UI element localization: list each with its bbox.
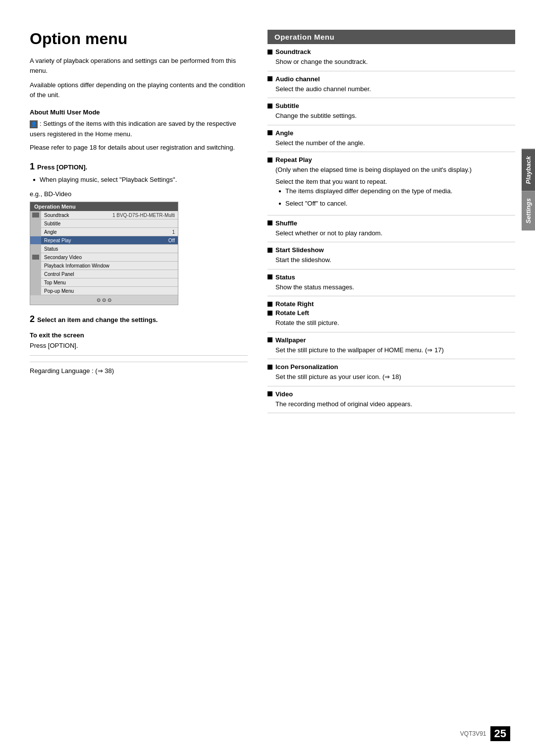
page-number-area: VQT3V91 25 bbox=[460, 726, 510, 741]
section-body-start-slideshow: Start the slideshow. bbox=[268, 255, 515, 265]
about-heading: About Multi User Mode bbox=[30, 108, 248, 116]
menu-icon-cell bbox=[30, 278, 41, 286]
section-body-soundtrack: Show or change the soundtrack. bbox=[268, 57, 515, 67]
bullet-icon bbox=[268, 302, 272, 307]
section-title-icon-personalization: Icon Personalization bbox=[268, 363, 515, 371]
menu-row: Soundtrack 1 BVQ-D7S-HD-METR-Multi bbox=[30, 211, 178, 219]
menu-label: Angle bbox=[41, 229, 172, 235]
intro-text-1: A variety of playback operations and set… bbox=[30, 56, 248, 75]
menu-label: Subtitle bbox=[41, 221, 175, 226]
right-column: Operation Menu Soundtrack Show or change… bbox=[268, 30, 515, 413]
bullet-icon bbox=[268, 311, 272, 316]
section-title-wallpaper: Wallpaper bbox=[268, 336, 515, 344]
section-icon-personalization: Icon Personalization Set the still pictu… bbox=[268, 359, 515, 386]
bullet-icon bbox=[268, 365, 272, 370]
section-body-repeat-play: (Only when the elapsed time is being dis… bbox=[268, 165, 515, 209]
menu-label: Secondary Video bbox=[41, 255, 178, 260]
section-title-rotate-right: Rotate Right bbox=[268, 300, 515, 308]
menu-icon-cell bbox=[30, 236, 41, 244]
menu-icon-cell bbox=[30, 270, 41, 278]
about-ref: Please refer to page 18 for details abou… bbox=[30, 143, 248, 153]
bullet-icon bbox=[268, 220, 272, 225]
section-title-label: Icon Personalization bbox=[275, 363, 338, 371]
menu-icon-cell bbox=[30, 245, 41, 253]
section-wallpaper: Wallpaper Set the still picture to the w… bbox=[268, 332, 515, 360]
menu-label: Pop-up Menu bbox=[41, 288, 178, 294]
menu-icon-cell bbox=[30, 262, 41, 270]
section-title-label: Subtitle bbox=[275, 102, 299, 109]
tab-playback[interactable]: Playback bbox=[522, 149, 535, 191]
section-body-shuffle: Select whether or not to play random. bbox=[268, 228, 515, 238]
step2-number: 2 bbox=[30, 314, 37, 324]
menu-label: Repeat Play bbox=[41, 238, 168, 243]
section-title-label: Video bbox=[275, 390, 293, 398]
section-body-status: Show the status messages. bbox=[268, 282, 515, 292]
menu-row-highlighted: Repeat Play Off bbox=[30, 236, 178, 245]
lang-note: Regarding Language : (⇒ 38) bbox=[30, 362, 248, 375]
section-title-label: Rotate Left bbox=[275, 309, 309, 317]
menu-label: Top Menu bbox=[41, 280, 178, 285]
section-title-label: Wallpaper bbox=[275, 336, 306, 344]
intro-text-2: Available options differ depending on th… bbox=[30, 80, 248, 100]
section-title-status: Status bbox=[268, 273, 515, 281]
menu-row: Secondary Video bbox=[30, 253, 178, 262]
section-soundtrack: Soundtrack Show or change the soundtrack… bbox=[268, 44, 515, 71]
menu-row: Subtitle bbox=[30, 219, 178, 228]
section-title-label: Status bbox=[275, 273, 295, 281]
bullet-icon bbox=[268, 337, 272, 342]
menu-label: Status bbox=[41, 246, 178, 252]
section-title-label: Rotate Right bbox=[275, 300, 314, 308]
section-body-rotate: Rotate the still picture. bbox=[268, 318, 515, 328]
bullet-icon bbox=[268, 248, 272, 253]
section-title-label: Audio channel bbox=[275, 75, 320, 83]
menu-value: Off bbox=[168, 238, 178, 243]
section-title-start-slideshow: Start Slideshow bbox=[268, 246, 515, 254]
bullet-icon bbox=[268, 76, 272, 81]
sidebar-tabs: Playback Settings bbox=[522, 149, 535, 231]
step1-number: 1 bbox=[30, 162, 35, 171]
section-start-slideshow: Start Slideshow Start the slideshow. bbox=[268, 242, 515, 270]
video-icon bbox=[32, 255, 39, 260]
repeat-play-instruction: Select the item that you want to repeat. bbox=[275, 177, 515, 187]
section-title-video: Video bbox=[268, 390, 515, 398]
menu-label: Playback Information Window bbox=[41, 263, 178, 269]
section-body-video: The recording method of original video a… bbox=[268, 399, 515, 409]
section-rotate: Rotate Right Rotate Left Rotate the stil… bbox=[268, 296, 515, 332]
page-title: Option menu bbox=[30, 30, 248, 48]
repeat-play-bullet1: The items displayed differ depending on … bbox=[275, 186, 515, 197]
section-title-label: Soundtrack bbox=[275, 48, 311, 55]
exit-body: Press [OPTION]. bbox=[30, 341, 248, 351]
section-audio-channel: Audio channel Select the audio channel n… bbox=[268, 71, 515, 99]
menu-value: 1 bbox=[172, 229, 178, 235]
page-code: VQT3V91 bbox=[460, 730, 486, 737]
step2-container: 2 Select an item and change the settings… bbox=[30, 314, 248, 324]
menu-label: Control Panel bbox=[41, 271, 178, 277]
bullet-icon bbox=[268, 391, 272, 396]
user-icon: 👤 bbox=[30, 120, 38, 128]
menu-footer: ⊙ ⊙ ⊙ bbox=[30, 295, 178, 305]
repeat-play-note: (Only when the elapsed time is being dis… bbox=[275, 165, 515, 175]
menu-icon-cell bbox=[30, 228, 41, 236]
section-video: Video The recording method of original v… bbox=[268, 386, 515, 414]
divider bbox=[30, 355, 248, 356]
section-title-audio-channel: Audio channel bbox=[268, 75, 515, 83]
eg-label: e.g., BD-Video bbox=[30, 190, 248, 198]
tab-settings[interactable]: Settings bbox=[522, 191, 535, 230]
menu-row: Playback Information Window bbox=[30, 262, 178, 270]
section-body-wallpaper: Set the still picture to the wallpaper o… bbox=[268, 345, 515, 355]
section-title-soundtrack: Soundtrack bbox=[268, 48, 515, 55]
section-title-rotate-left: Rotate Left bbox=[268, 309, 515, 317]
step1-bullet: When playing music, select "Playback Set… bbox=[30, 175, 248, 185]
exit-heading: To exit the screen bbox=[30, 331, 248, 339]
repeat-play-bullet2: Select "Off" to cancel. bbox=[275, 199, 515, 209]
menu-row: Pop-up Menu bbox=[30, 287, 178, 295]
section-body-audio-channel: Select the audio channel number. bbox=[268, 84, 515, 94]
section-title-label: Shuffle bbox=[275, 219, 297, 227]
section-title-subtitle: Subtitle bbox=[268, 102, 515, 109]
menu-value: 1 BVQ-D7S-HD-METR-Multi bbox=[112, 213, 178, 218]
bullet-icon bbox=[268, 274, 272, 279]
step2-label: Select an item and change the settings. bbox=[37, 316, 158, 324]
section-status: Status Show the status messages. bbox=[268, 270, 515, 297]
soundtrack-icon bbox=[32, 213, 39, 217]
section-title-shuffle: Shuffle bbox=[268, 219, 515, 227]
